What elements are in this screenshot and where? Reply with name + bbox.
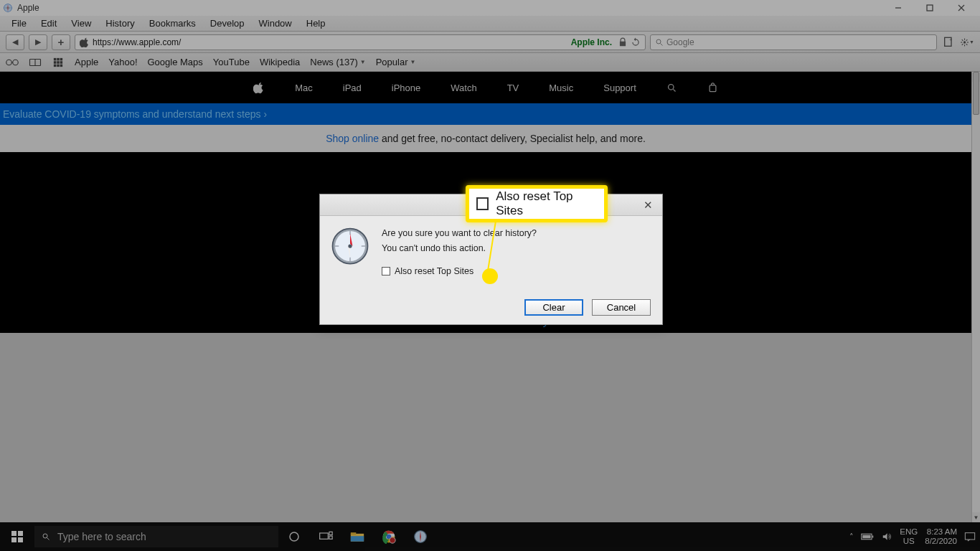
windows-logo-icon	[11, 531, 23, 542]
safari-compass-icon	[330, 226, 370, 266]
forward-button[interactable]: ▶	[29, 34, 47, 50]
svg-point-22	[13, 60, 19, 65]
svg-rect-47	[11, 531, 17, 536]
svg-line-52	[47, 538, 50, 540]
back-button[interactable]: ◀	[6, 34, 24, 50]
svg-text:+: +	[949, 37, 952, 42]
svg-rect-49	[11, 537, 17, 542]
address-bar[interactable]: https://www.apple.com/ Apple Inc.	[75, 34, 646, 50]
svg-rect-48	[18, 531, 23, 536]
search-icon	[42, 532, 50, 541]
svg-line-20	[966, 39, 968, 41]
nav-music[interactable]: Music	[549, 83, 573, 93]
svg-point-46	[348, 244, 352, 248]
scrollbar-thumb[interactable]	[973, 72, 979, 115]
svg-point-21	[6, 60, 12, 65]
notifications-icon[interactable]	[964, 532, 976, 542]
task-view-icon[interactable]	[310, 522, 341, 551]
covid-text: Evaluate COVID-19 symptoms and understan…	[3, 108, 261, 120]
svg-rect-37	[710, 85, 716, 92]
svg-line-19	[962, 44, 963, 45]
bookmark-google-maps[interactable]: Google Maps	[148, 57, 203, 67]
safari-taskbar-icon[interactable]	[405, 522, 436, 551]
bookmark-news[interactable]: News (137)▼	[310, 57, 365, 67]
shop-promo-banner: Shop online and get free, no-contact del…	[0, 125, 971, 152]
svg-rect-31	[60, 61, 63, 64]
vertical-scrollbar[interactable]: ▲ ▼	[971, 72, 980, 522]
taskbar-clock[interactable]: 8:23 AM8/2/2020	[925, 527, 957, 546]
new-tab-button[interactable]: +	[52, 34, 70, 50]
shop-online-link[interactable]: Shop online	[326, 133, 379, 144]
page-body	[0, 333, 971, 522]
nav-bag-icon[interactable]	[707, 82, 718, 93]
reading-list-icon[interactable]	[6, 57, 19, 67]
svg-point-12	[963, 41, 966, 43]
window-close-button[interactable]	[946, 0, 977, 16]
menu-view[interactable]: View	[64, 17, 98, 30]
dialog-message-1: Are you sure you want to clear history?	[382, 226, 537, 241]
apple-global-nav: Mac iPad iPhone Watch TV Music Support	[0, 72, 971, 103]
clear-button[interactable]: Clear	[524, 299, 583, 316]
svg-rect-55	[329, 532, 332, 534]
bookmark-yahoo[interactable]: Yahoo!	[108, 57, 137, 67]
svg-rect-27	[57, 57, 60, 60]
svg-rect-33	[57, 64, 60, 67]
bookmarks-icon[interactable]	[29, 57, 42, 67]
search-placeholder: Google	[666, 37, 694, 47]
cert-label: Apple Inc.	[571, 37, 615, 47]
svg-rect-28	[60, 57, 63, 60]
bookmark-youtube[interactable]: YouTube	[213, 57, 250, 67]
svg-point-35	[668, 84, 674, 90]
also-reset-topsites-checkbox[interactable]: Also reset Top Sites	[382, 264, 537, 279]
scroll-down-arrow-icon[interactable]: ▼	[972, 512, 980, 522]
menu-file[interactable]: File	[4, 17, 34, 30]
covid-banner[interactable]: Evaluate COVID-19 symptoms and understan…	[0, 103, 971, 125]
battery-icon[interactable]	[861, 532, 874, 541]
menu-window[interactable]: Window	[252, 17, 299, 30]
nav-search-icon[interactable]	[666, 83, 677, 93]
svg-rect-66	[872, 536, 874, 538]
nav-iphone[interactable]: iPhone	[392, 83, 420, 93]
callout-highlight: Also reset Top Sites	[466, 185, 608, 222]
apple-site-icon	[80, 37, 90, 47]
nav-support[interactable]: Support	[603, 83, 636, 93]
menu-develop[interactable]: Develop	[203, 17, 252, 30]
reload-icon[interactable]	[631, 37, 641, 47]
menu-edit[interactable]: Edit	[34, 17, 64, 30]
cancel-button[interactable]: Cancel	[592, 299, 651, 316]
bookmark-wikipedia[interactable]: Wikipedia	[260, 57, 300, 67]
nav-tv[interactable]: TV	[507, 83, 519, 93]
volume-icon[interactable]	[881, 532, 892, 542]
window-maximize-button[interactable]	[914, 0, 946, 16]
start-button[interactable]	[0, 522, 34, 551]
nav-watch[interactable]: Watch	[451, 83, 476, 93]
chrome-icon[interactable]	[373, 522, 405, 551]
menu-help[interactable]: Help	[299, 17, 333, 30]
svg-rect-30	[57, 61, 60, 64]
svg-point-8	[656, 39, 661, 44]
svg-line-17	[962, 39, 963, 41]
taskbar-search[interactable]: Type here to search	[34, 526, 278, 547]
nav-mac[interactable]: Mac	[295, 83, 313, 93]
nav-ipad[interactable]: iPad	[343, 83, 362, 93]
new-page-icon[interactable]: +	[941, 35, 956, 50]
language-indicator[interactable]: ENGUS	[900, 527, 918, 546]
tray-overflow-icon[interactable]: ˄	[849, 532, 854, 542]
file-explorer-icon[interactable]	[341, 522, 373, 551]
svg-rect-67	[863, 535, 871, 539]
window-minimize-button[interactable]	[882, 0, 914, 16]
settings-gear-icon[interactable]: ▼	[960, 35, 974, 50]
menu-bookmarks[interactable]: Bookmarks	[142, 17, 203, 30]
taskbar-search-placeholder: Type here to search	[57, 531, 146, 542]
svg-rect-69	[965, 533, 974, 540]
svg-point-53	[290, 532, 298, 541]
chevron-right-icon: ›	[264, 108, 268, 120]
dialog-close-button[interactable]: ✕	[639, 199, 656, 212]
bookmark-popular[interactable]: Popular▼	[376, 57, 416, 67]
bookmark-apple[interactable]: Apple	[75, 57, 98, 67]
search-field[interactable]: Google	[650, 34, 937, 50]
menu-history[interactable]: History	[98, 17, 141, 30]
topsites-icon[interactable]	[52, 57, 65, 67]
apple-logo-icon[interactable]	[253, 81, 265, 94]
cortana-icon[interactable]	[278, 522, 310, 551]
